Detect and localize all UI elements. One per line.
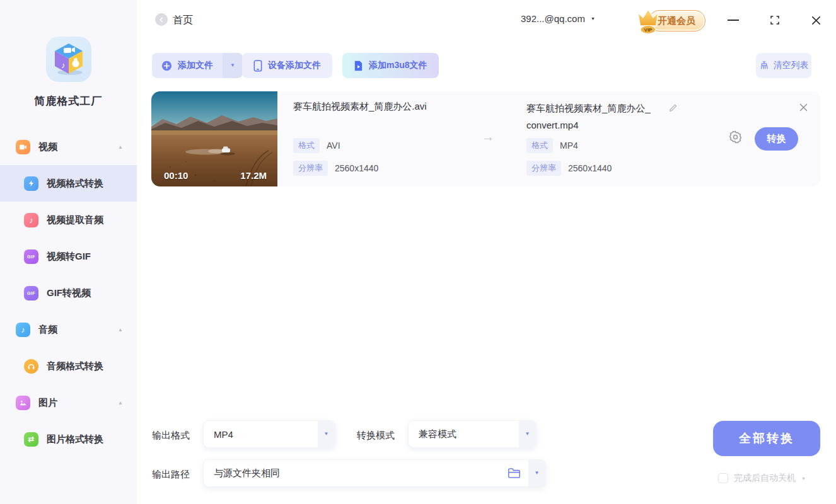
add-file-button[interactable]: 添加文件 [152,53,223,78]
sidebar-item-label: 视频提取音频 [47,214,103,226]
select-dropdown[interactable]: ▼ [318,421,335,447]
collapse-arrow-icon[interactable]: ▲ [118,400,123,406]
resolution-badge: 分辨率 [293,161,328,176]
output-path-field[interactable]: 与源文件夹相同 ▼ [203,459,546,487]
clear-list-button[interactable]: 清空列表 [756,53,811,78]
sidebar-group-label: 视频 [38,141,57,153]
music-note-icon: ♪ [24,213,38,227]
source-file-name: 赛车航拍视频素材_简鹿办公.avi [293,101,427,113]
source-format-value: AVI [327,140,340,151]
chevron-down-icon: ▼ [535,471,540,476]
path-dropdown[interactable]: ▼ [528,460,545,486]
sidebar-item-video-format-convert[interactable]: 视频格式转换 [0,165,137,202]
target-resolution-value: 2560x1440 [568,163,612,173]
convert-all-button[interactable]: 全部转换 [713,421,820,456]
music-note-icon: ♪ [16,323,30,337]
convert-mode-select[interactable]: 兼容模式 ▼ [408,420,537,448]
maximize-button[interactable] [767,12,783,28]
chevron-down-icon[interactable]: ▼ [801,476,806,481]
sidebar-item-image-format-convert[interactable]: ⇄ 图片格式转换 [0,421,137,457]
video-file-icon [354,60,363,71]
remove-item-button[interactable] [797,101,810,113]
resolution-badge: 分辨率 [526,161,561,176]
output-format-select[interactable]: MP4 ▼ [203,420,335,448]
folder-icon [508,467,521,479]
browse-folder-button[interactable] [508,467,521,479]
sidebar-item-gif-to-video[interactable]: GIF GIF转视频 [0,275,137,311]
output-format-value: MP4 [204,429,318,440]
vip-upgrade-button[interactable]: 开通会员 VIP [632,5,705,34]
minimize-button[interactable] [725,12,741,28]
item-settings-button[interactable] [728,130,743,147]
video-thumbnail[interactable]: 00:10 17.2M [151,91,277,186]
video-convert-icon [24,176,38,191]
convert-arrows-icon: ⇄ [24,432,38,447]
collapse-arrow-icon[interactable]: ▲ [118,144,123,150]
chevron-down-icon: ▼ [591,16,595,21]
auto-shutdown-option: 完成后自动关机 ▼ [718,472,806,484]
close-icon [811,15,821,26]
chevron-down-icon: ▼ [525,432,530,437]
close-button[interactable] [808,12,824,28]
format-badge: 格式 [293,138,320,153]
gear-icon [728,130,743,144]
sidebar-item-label: 视频格式转换 [47,178,103,190]
sidebar-group-audio[interactable]: ♪ 音频 ▲ [0,311,137,348]
chevron-down-icon: ▼ [324,432,329,437]
format-badge: 格式 [526,138,553,153]
sidebar-item-video-to-gif[interactable]: GIF 视频转GIF [0,238,137,275]
page-title: 首页 [173,14,193,27]
sidebar-item-video-extract-audio[interactable]: ♪ 视频提取音频 [0,202,137,238]
sidebar-item-label: 音频格式转换 [47,360,103,372]
sidebar-group-image[interactable]: 图片 ▲ [0,384,137,421]
back-arrow-icon [158,16,165,23]
sidebar-item-label: 图片格式转换 [47,433,103,445]
add-m3u8-button[interactable]: 添加m3u8文件 [342,53,439,78]
target-file-name: 赛车航拍视频素材_简鹿办公_ convert.mp4 [526,100,675,134]
sidebar-item-audio-format-convert[interactable]: 音频格式转换 [0,348,137,384]
svg-text:VIP: VIP [644,27,653,33]
sidebar-item-label: 视频转GIF [47,251,91,263]
video-duration: 00:10 [164,170,188,181]
plus-circle-icon [161,60,172,71]
source-resolution-value: 2560x1440 [335,163,378,173]
convert-mode-value: 兼容模式 [409,428,519,440]
app-name: 简鹿格式工厂 [0,94,137,108]
output-path-value: 与源文件夹相同 [204,467,508,479]
add-file-dropdown[interactable]: ▼ [223,53,243,78]
convert-button[interactable]: 转换 [755,127,798,151]
rename-button[interactable] [668,103,678,115]
pencil-icon [668,103,678,113]
sidebar-group-label: 图片 [38,397,57,409]
sidebar-item-label: GIF转视频 [47,287,91,299]
headphones-icon [24,359,38,374]
add-from-device-button[interactable]: 设备添加文件 [242,53,332,78]
convert-mode-label: 转换模式 [357,430,395,442]
app-logo-icon: ♪ [45,35,93,83]
image-icon [16,396,30,410]
minimize-icon [728,20,739,21]
video-file-size: 17.2M [240,170,267,181]
target-format-value: MP4 [560,140,578,151]
maximize-icon [770,15,780,25]
add-file-split-button: 添加文件 ▼ [152,53,243,78]
sidebar-group-video[interactable]: 视频 ▲ [0,129,137,165]
output-format-label: 输出格式 [152,430,190,442]
video-camera-icon [16,140,30,154]
collapse-arrow-icon[interactable]: ▲ [118,327,123,333]
file-list-item: 00:10 17.2M 赛车航拍视频素材_简鹿办公.avi 格式 AVI 分辨率… [151,91,821,186]
svg-text:♪: ♪ [61,60,66,70]
account-email: 392...@qq.com [521,13,585,24]
back-button[interactable] [155,13,168,26]
close-icon [799,103,808,112]
auto-shutdown-label: 完成后自动关机 [734,472,796,484]
auto-shutdown-checkbox[interactable] [718,473,728,483]
account-menu[interactable]: 392...@qq.com ▼ [521,13,595,24]
app-window: ♪ 简鹿格式工厂 视频 ▲ 视频格式转换 ♪ [0,0,836,504]
select-dropdown[interactable]: ▼ [519,421,536,447]
output-path-label: 输出路径 [152,469,190,481]
broom-icon [759,60,769,71]
sidebar-group-label: 音频 [38,324,57,336]
gif-icon: GIF [24,249,38,264]
sidebar-menu: 视频 ▲ 视频格式转换 ♪ 视频提取音频 GIF 视频转GIF GIF GIF转… [0,129,137,457]
